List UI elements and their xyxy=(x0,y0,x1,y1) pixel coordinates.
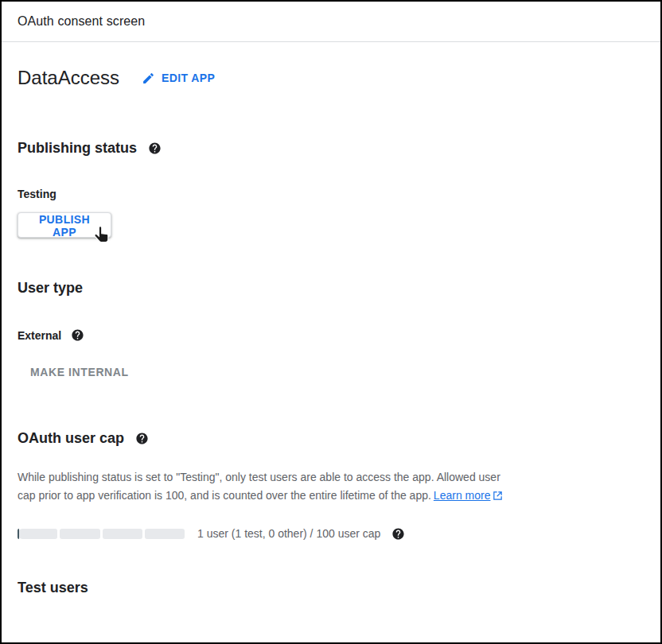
user-type-value: External xyxy=(18,328,644,342)
publish-app-button-wrap: PUBLISH APP xyxy=(18,212,111,239)
user-type-heading: User type xyxy=(18,280,644,297)
user-cap-usage-row: 1 user (1 test, 0 other) / 100 user cap xyxy=(18,527,644,541)
help-icon[interactable] xyxy=(148,142,162,155)
publish-app-button[interactable]: PUBLISH APP xyxy=(18,212,111,238)
help-icon[interactable] xyxy=(135,432,149,445)
publishing-status-heading: Publishing status xyxy=(18,140,644,157)
progress-segment xyxy=(103,529,142,539)
edit-app-label: EDIT APP xyxy=(162,72,215,84)
publishing-status-heading-text: Publishing status xyxy=(18,140,137,157)
main-content: DataAccess EDIT APP Publishing status Te… xyxy=(2,67,660,596)
progress-segment xyxy=(145,529,185,539)
help-icon[interactable] xyxy=(71,328,84,342)
app-name: DataAccess xyxy=(18,67,119,89)
user-cap-progress-fill xyxy=(18,529,19,539)
oauth-user-cap-heading: OAuth user cap xyxy=(18,430,644,447)
page-title: OAuth consent screen xyxy=(18,14,145,29)
learn-more-link[interactable]: Learn more xyxy=(434,489,491,502)
user-cap-description: While publishing status is set to "Testi… xyxy=(18,468,509,506)
external-link-icon xyxy=(493,491,503,501)
help-icon[interactable] xyxy=(391,527,405,541)
publishing-status-value: Testing xyxy=(18,188,644,200)
user-cap-usage-text: 1 user (1 test, 0 other) / 100 user cap xyxy=(197,527,380,540)
user-cap-description-text: While publishing status is set to "Testi… xyxy=(18,471,500,502)
progress-segment xyxy=(18,529,57,539)
user-type-value-text: External xyxy=(18,329,61,342)
app-title-row: DataAccess EDIT APP xyxy=(18,67,644,89)
page-header: OAuth consent screen xyxy=(2,2,660,42)
oauth-user-cap-heading-text: OAuth user cap xyxy=(18,430,124,447)
test-users-heading: Test users xyxy=(18,580,644,596)
progress-segment xyxy=(60,529,99,539)
pencil-icon xyxy=(142,72,155,85)
make-internal-button[interactable]: MAKE INTERNAL xyxy=(30,366,129,378)
edit-app-button[interactable]: EDIT APP xyxy=(142,72,215,85)
user-cap-progress-bar xyxy=(18,529,185,539)
